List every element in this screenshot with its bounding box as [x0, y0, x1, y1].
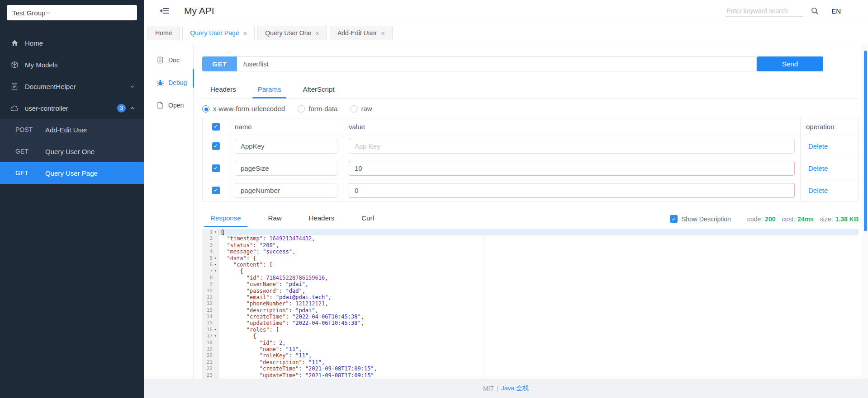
- open-icon: [156, 102, 164, 109]
- tab-raw[interactable]: Raw: [266, 211, 284, 227]
- tool-open[interactable]: Open: [144, 94, 193, 117]
- delete-link[interactable]: Delete: [806, 187, 828, 194]
- show-description-toggle[interactable]: ✓ Show Description: [670, 215, 731, 223]
- show-description-label: Show Description: [682, 215, 731, 223]
- body-row: Doc Debug Open: [144, 44, 868, 379]
- tool-doc[interactable]: Doc: [144, 49, 193, 71]
- table-row: ✓ Delete: [203, 157, 858, 179]
- page-scrollbar[interactable]: [863, 44, 868, 379]
- code-line: "password": "dad",: [218, 288, 859, 294]
- sidebar-item-label: user-controller: [25, 104, 68, 112]
- gutter-line: 1▾: [202, 229, 218, 235]
- sidebar-collapse-icon[interactable]: [159, 7, 169, 15]
- column-header-operation: operation: [800, 118, 858, 135]
- gutter-line: 10: [202, 288, 218, 294]
- sidebar-item-documenthelper[interactable]: DocumentHelper: [0, 75, 144, 97]
- url-input[interactable]: [237, 56, 757, 71]
- radio-icon: [298, 105, 305, 112]
- radio-label: form-data: [308, 105, 337, 112]
- code-line: "createTime": "2021-09-08T17:09:15",: [218, 365, 859, 372]
- method-label: GET: [15, 169, 39, 177]
- param-value-input[interactable]: [349, 139, 795, 154]
- group-select-value: Test Group: [12, 9, 45, 17]
- row-checkbox[interactable]: ✓: [212, 142, 220, 150]
- close-icon[interactable]: ×: [315, 30, 319, 37]
- sidebar-item-query-user-one[interactable]: GET Query User One: [0, 140, 144, 162]
- sidebar-item-query-user-page[interactable]: GET Query User Page: [0, 162, 144, 184]
- sidebar-item-add-edit-user[interactable]: POST Add-Edit User: [0, 119, 144, 140]
- radio-label: x-www-form-urlencoded: [213, 105, 285, 112]
- close-icon[interactable]: ×: [243, 30, 247, 37]
- chevron-down-icon: [130, 84, 135, 89]
- param-value-input[interactable]: [349, 161, 795, 176]
- gutter-line: 23: [202, 372, 218, 379]
- api-name: Query User One: [45, 148, 95, 155]
- send-button[interactable]: Send: [757, 56, 823, 71]
- code-line: "userName": "pdai",: [218, 281, 859, 287]
- tools-sidebar: Doc Debug Open: [144, 44, 194, 379]
- editor-code[interactable]: { "timestamp": 1649213474432, "status": …: [218, 229, 859, 379]
- cloud-icon: [10, 103, 19, 112]
- method-label: GET: [15, 148, 39, 155]
- param-name-input[interactable]: [235, 161, 337, 176]
- tab-headers[interactable]: Headers: [209, 81, 238, 98]
- delete-link[interactable]: Delete: [806, 164, 828, 172]
- tab-query-user-page[interactable]: Query User Page ×: [182, 26, 255, 40]
- tab-add-edit-user[interactable]: Add-Edit User ×: [330, 26, 393, 40]
- delete-link[interactable]: Delete: [806, 142, 828, 150]
- tab-home[interactable]: Home: [147, 26, 180, 40]
- radio-raw[interactable]: raw: [350, 105, 372, 112]
- param-name-input[interactable]: [235, 139, 337, 154]
- tab-response-headers[interactable]: Headers: [307, 211, 337, 227]
- radio-x-www-form-urlencoded[interactable]: x-www-form-urlencoded: [202, 105, 285, 112]
- group-select[interactable]: Test Group: [7, 5, 137, 20]
- tab-query-user-one[interactable]: Query User One ×: [257, 26, 327, 40]
- chevron-up-icon: [130, 106, 135, 111]
- request-tabs: Headers Params AfterScript: [202, 81, 859, 98]
- method-select[interactable]: GET: [202, 56, 237, 71]
- param-value-input[interactable]: [349, 183, 795, 198]
- param-name-input[interactable]: [235, 183, 337, 198]
- select-all-checkbox[interactable]: ✓: [212, 123, 220, 131]
- cost-value: 24ms: [797, 215, 814, 223]
- tab-params[interactable]: Params: [256, 81, 283, 98]
- tool-debug[interactable]: Debug: [144, 71, 193, 94]
- search-icon[interactable]: [811, 7, 819, 15]
- tab-afterscript[interactable]: AfterScript: [301, 81, 336, 98]
- gutter-line: 5▾: [202, 255, 218, 262]
- language-switch[interactable]: EN: [831, 7, 841, 15]
- request-bar: GET Send: [202, 56, 823, 71]
- tab-response[interactable]: Response: [209, 211, 243, 227]
- gutter-line: 3: [202, 242, 218, 248]
- radio-form-data[interactable]: form-data: [298, 105, 337, 112]
- app: Test Group Home My Models DocumentHelper: [0, 0, 868, 398]
- scrollbar-thumb[interactable]: [864, 51, 867, 231]
- editor-gutter: 1▾2345▾6▾7▾8910111213141516▾17▾181920212…: [202, 229, 218, 379]
- close-icon[interactable]: ×: [381, 30, 385, 37]
- row-checkbox[interactable]: ✓: [212, 164, 220, 172]
- gutter-line: 13: [202, 307, 218, 314]
- debug-panel: GET Send Headers Params AfterScript x-ww…: [194, 44, 868, 379]
- api-name: Query User Page: [45, 169, 98, 177]
- tool-label: Open: [168, 102, 184, 109]
- code-line: {: [218, 333, 859, 339]
- api-name: Add-Edit User: [45, 126, 87, 134]
- params-table: ✓ name value operation ✓ Delete: [202, 118, 859, 201]
- footer-link[interactable]: Java 全栈: [501, 384, 529, 393]
- sidebar-item-home[interactable]: Home: [0, 32, 144, 54]
- code-line: "data": {: [218, 255, 859, 262]
- gutter-line: 12: [202, 300, 218, 307]
- sidebar-item-my-models[interactable]: My Models: [0, 54, 144, 75]
- chevron-down-icon: [45, 10, 51, 15]
- tab-curl[interactable]: Curl: [360, 211, 376, 227]
- bug-icon: [156, 79, 164, 86]
- gutter-line: 22: [202, 365, 218, 372]
- response-json-editor[interactable]: 1▾2345▾6▾7▾8910111213141516▾17▾181920212…: [202, 229, 859, 379]
- column-header-name: name: [229, 118, 343, 135]
- gutter-line: 2: [202, 235, 218, 242]
- sidebar-item-user-controller[interactable]: user-controller 3: [0, 97, 144, 119]
- search-input[interactable]: [726, 5, 803, 17]
- show-description-checkbox[interactable]: ✓: [670, 215, 678, 223]
- code-line: "roleKey": "11",: [218, 352, 859, 359]
- row-checkbox[interactable]: ✓: [212, 187, 220, 194]
